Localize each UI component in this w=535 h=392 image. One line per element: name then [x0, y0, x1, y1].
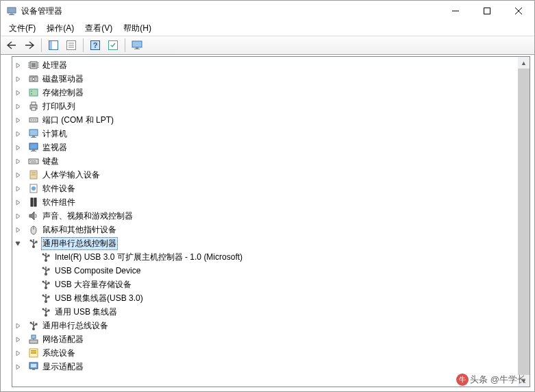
- menu-file[interactable]: 文件(F): [3, 21, 41, 36]
- tree-category[interactable]: 处理器: [12, 58, 518, 72]
- port-icon: [28, 114, 39, 125]
- tree-category[interactable]: 存储控制器: [12, 86, 518, 99]
- expand-icon[interactable]: [15, 158, 26, 164]
- menu-help[interactable]: 帮助(H): [118, 21, 157, 36]
- svg-rect-49: [34, 160, 36, 161]
- properties-button[interactable]: [63, 38, 79, 53]
- scroll-thumb[interactable]: [518, 69, 530, 375]
- expand-icon[interactable]: [15, 186, 26, 192]
- svg-rect-42: [31, 137, 36, 138]
- expand-icon[interactable]: [15, 90, 26, 96]
- toolbar-separator: [41, 38, 42, 52]
- disk-icon: [28, 73, 39, 84]
- expand-icon[interactable]: [15, 76, 26, 82]
- back-button[interactable]: [3, 38, 20, 53]
- expand-icon[interactable]: [15, 199, 26, 206]
- svg-rect-30: [29, 89, 38, 96]
- tree-category[interactable]: 网络适配器: [12, 332, 518, 346]
- expand-icon[interactable]: [15, 350, 26, 356]
- tree-device[interactable]: USB Composite Device: [12, 264, 518, 278]
- tree-item-label: 监视器: [41, 141, 69, 154]
- scan-hardware-button[interactable]: [105, 38, 121, 53]
- tree-item-label: 声音、视频和游戏控制器: [41, 210, 134, 223]
- toolbar-separator: [125, 38, 125, 52]
- expand-icon[interactable]: [15, 117, 26, 123]
- tree-category[interactable]: 鼠标和其他指针设备: [12, 223, 518, 236]
- tree-category[interactable]: 磁盘驱动器: [12, 72, 518, 86]
- expand-icon[interactable]: [15, 364, 26, 370]
- tree-device[interactable]: Intel(R) USB 3.0 可扩展主机控制器 - 1.0 (Microso…: [12, 250, 518, 264]
- audio-icon: [28, 210, 39, 221]
- expand-icon[interactable]: [15, 62, 26, 69]
- usb-icon: [40, 306, 51, 317]
- expand-icon[interactable]: [15, 103, 26, 110]
- svg-point-39: [35, 119, 36, 121]
- hid-icon: [28, 169, 39, 180]
- tree-category[interactable]: 计算机: [12, 127, 518, 140]
- usb-icon: [40, 252, 51, 262]
- expand-icon[interactable]: [15, 227, 26, 233]
- svg-rect-29: [29, 75, 38, 77]
- software-icon: [28, 183, 39, 194]
- svg-rect-47: [30, 160, 32, 161]
- tree-category[interactable]: 声音、视频和游戏控制器: [12, 209, 518, 223]
- tree-device[interactable]: 通用 USB 集线器: [12, 305, 518, 319]
- monitor-button[interactable]: [129, 38, 145, 53]
- tree-device[interactable]: USB 大容量存储设备: [12, 278, 518, 291]
- usb-icon: [40, 279, 51, 290]
- tree-category[interactable]: 显示适配器: [12, 360, 518, 373]
- display-icon: [28, 361, 39, 372]
- svg-rect-18: [134, 49, 140, 49]
- minimize-button[interactable]: [440, 1, 471, 21]
- svg-rect-109: [31, 364, 36, 367]
- expand-icon[interactable]: [15, 323, 26, 329]
- scroll-up-button[interactable]: ▲: [518, 57, 530, 69]
- svg-rect-44: [32, 149, 35, 151]
- help-button[interactable]: ?: [87, 38, 103, 53]
- titlebar: 设备管理器: [1, 1, 534, 21]
- tree-category[interactable]: 键盘: [12, 154, 518, 168]
- svg-rect-43: [29, 143, 38, 149]
- usb-icon: [40, 265, 51, 276]
- svg-rect-77: [48, 269, 50, 271]
- scroll-down-button[interactable]: ▼: [518, 375, 530, 387]
- expand-icon[interactable]: [15, 131, 26, 137]
- collapse-icon[interactable]: [15, 241, 26, 247]
- tree-category[interactable]: 软件设备: [12, 182, 518, 195]
- window-buttons: [440, 1, 534, 21]
- tree-category[interactable]: 端口 (COM 和 LPT): [12, 113, 518, 127]
- svg-rect-56: [31, 198, 33, 206]
- svg-rect-4: [484, 8, 490, 14]
- forward-button[interactable]: [21, 38, 38, 53]
- tree-item-label: 软件组件: [41, 196, 77, 209]
- usb-icon: [40, 293, 51, 304]
- component-icon: [28, 197, 39, 208]
- maximize-button[interactable]: [471, 1, 503, 21]
- tree-item-label: 系统设备: [41, 347, 77, 360]
- expand-icon[interactable]: [15, 213, 26, 219]
- scrollbar[interactable]: ▲ ▼: [518, 57, 530, 387]
- toolbar-separator: [83, 38, 84, 52]
- expand-icon[interactable]: [15, 336, 26, 343]
- tree-item-label: 计算机: [41, 127, 69, 140]
- menu-view[interactable]: 查看(V): [79, 21, 118, 36]
- device-tree[interactable]: 处理器磁盘驱动器存储控制器打印队列端口 (COM 和 LPT)计算机监视器键盘人…: [12, 57, 518, 387]
- tree-category[interactable]: 打印队列: [12, 99, 518, 113]
- tree-category[interactable]: 通用串行总线设备: [12, 319, 518, 332]
- svg-point-87: [42, 295, 45, 297]
- close-button[interactable]: [503, 1, 534, 21]
- expand-icon[interactable]: [15, 172, 26, 178]
- tree-category[interactable]: 监视器: [12, 140, 518, 154]
- tree-device[interactable]: USB 根集线器(USB 3.0): [12, 291, 518, 305]
- tree-category[interactable]: 系统设备: [12, 346, 518, 360]
- tree-category-usb-controllers[interactable]: 通用串行总线控制器: [12, 236, 518, 250]
- monitor-icon: [28, 142, 39, 153]
- svg-rect-95: [48, 310, 50, 312]
- svg-rect-41: [32, 136, 35, 137]
- expand-icon[interactable]: [15, 145, 26, 151]
- tree-category[interactable]: 软件组件: [12, 195, 518, 209]
- tree-category[interactable]: 人体学输入设备: [12, 168, 518, 182]
- menu-action[interactable]: 操作(A): [41, 21, 79, 36]
- show-hide-tree-button[interactable]: [45, 38, 62, 53]
- svg-rect-35: [32, 108, 36, 110]
